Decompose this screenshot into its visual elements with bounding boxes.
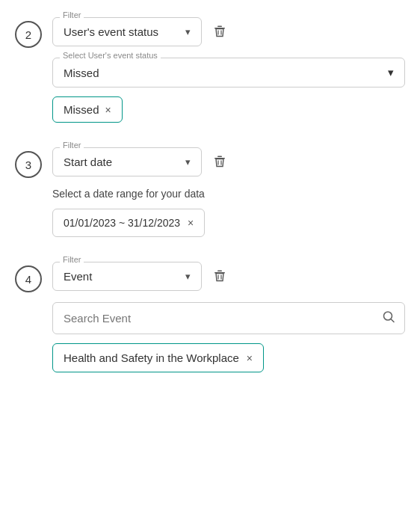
filter-block-2: 2 Filter User's event status ▾ — [0, 15, 420, 123]
filter-dropdown-row-4: Filter Event ▾ — [52, 259, 405, 293]
filter-type-dropdown-3[interactable]: Start date ▾ — [52, 147, 202, 176]
missed-chip-label: Missed — [64, 103, 99, 116]
delete-filter-4-button[interactable] — [208, 262, 232, 293]
filter-type-wrapper-2: Filter User's event status ▾ — [52, 17, 202, 46]
trash-icon-4 — [212, 268, 227, 283]
filter-content-3: Filter Start date ▾ Select a date range … — [52, 145, 405, 237]
delete-filter-3-button[interactable] — [208, 148, 232, 179]
filter-type-dropdown-2[interactable]: User's event status ▾ — [52, 17, 202, 46]
date-range-chip: 01/01/2023 ~ 31/12/2023 × — [52, 209, 205, 237]
missed-chip: Missed × — [52, 96, 123, 123]
filter-block-4: 4 Filter Event ▾ — [0, 259, 420, 372]
search-event-input[interactable] — [52, 302, 405, 334]
select-status-value: Missed — [64, 67, 99, 79]
filter-type-dropdown-4[interactable]: Event ▾ — [52, 262, 202, 291]
date-range-close-button[interactable]: × — [188, 218, 194, 228]
filter-block-3: 3 Filter Start date ▾ — [0, 145, 420, 237]
date-range-value: 01/01/2023 ~ 31/12/2023 — [64, 217, 180, 229]
svg-rect-1 — [217, 26, 222, 28]
missed-chip-close-button[interactable]: × — [105, 105, 111, 115]
filter-dropdown-row-2: Filter User's event status ▾ — [52, 15, 405, 49]
svg-rect-5 — [217, 156, 222, 158]
filter-number-2: 2 — [15, 21, 42, 48]
filter-dropdown-row-3: Filter Start date ▾ — [52, 145, 405, 179]
filter-label-4: Filter — [60, 255, 84, 264]
missed-tag: Missed × — [52, 96, 405, 123]
filter-number-4: 4 — [15, 265, 42, 292]
trash-icon-3 — [212, 154, 227, 169]
search-icon — [381, 309, 396, 324]
select-status-wrapper: Select User's event status Missed ▾ — [52, 58, 405, 87]
chevron-status-icon: ▾ — [388, 66, 394, 79]
filter-type-value-3: Start date — [64, 156, 112, 168]
filter-type-wrapper-4: Filter Event ▾ — [52, 262, 202, 291]
filter-content-2: Filter User's event status ▾ Select User… — [52, 15, 405, 123]
filter-type-value-2: User's event status — [64, 25, 158, 38]
event-chip-close-button[interactable]: × — [247, 353, 253, 363]
search-event-wrapper — [52, 302, 405, 334]
trash-icon-2 — [212, 24, 227, 39]
event-chip-wrapper: Health and Safety in the Workplace × — [52, 343, 405, 372]
search-event-button[interactable] — [381, 309, 396, 328]
delete-filter-2-button[interactable] — [208, 18, 232, 49]
date-range-chip-wrapper: 01/01/2023 ~ 31/12/2023 × — [52, 209, 405, 237]
select-status-label: Select User's event status — [60, 51, 161, 60]
select-status-dropdown[interactable]: Missed ▾ — [52, 58, 405, 87]
filter-content-4: Filter Event ▾ — [52, 259, 405, 372]
filter-type-wrapper-3: Filter Start date ▾ — [52, 147, 202, 176]
filter-label-2: Filter — [60, 10, 84, 19]
event-chip: Health and Safety in the Workplace × — [52, 343, 264, 372]
date-range-description: Select a date range for your data — [52, 188, 405, 200]
svg-line-13 — [391, 319, 394, 322]
event-chip-label: Health and Safety in the Workplace — [64, 351, 239, 364]
filter-type-value-4: Event — [64, 270, 92, 283]
svg-rect-9 — [217, 271, 222, 272]
chevron-icon-3: ▾ — [185, 156, 191, 168]
filter-label-3: Filter — [60, 141, 84, 150]
chevron-icon-2: ▾ — [185, 26, 191, 37]
filter-number-3: 3 — [15, 151, 42, 178]
chevron-icon-4: ▾ — [185, 271, 191, 282]
